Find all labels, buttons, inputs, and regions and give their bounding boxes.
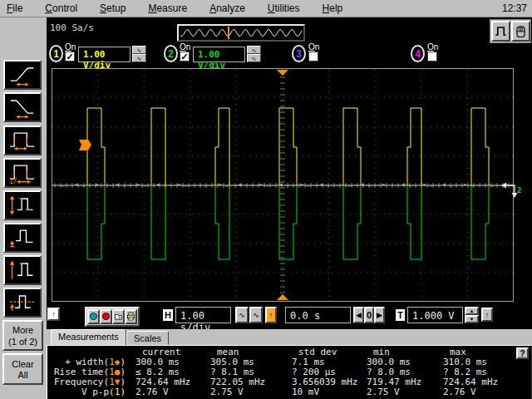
- trigger-label: T: [395, 308, 406, 322]
- folder-icon: [114, 311, 123, 322]
- hscale-compress-button[interactable]: ∿: [235, 307, 249, 323]
- measure-pos-width-button[interactable]: [3, 126, 42, 155]
- clear-label-2: All: [17, 370, 27, 380]
- clock: 12:37: [502, 2, 527, 14]
- top-right-panel: [490, 19, 531, 43]
- fall-time-icon: [5, 94, 40, 121]
- measure-frequency-button[interactable]: 1/: [3, 158, 42, 188]
- position-right-button[interactable]: ▶: [374, 307, 385, 323]
- more-label-2: (1 of 2): [8, 337, 37, 347]
- channel-2-scale-display[interactable]: 1.00 V/div: [193, 47, 245, 62]
- v-min-icon: [5, 224, 40, 251]
- run-icon: [89, 311, 98, 322]
- bottom-tabs: Measurements Scales: [47, 329, 532, 345]
- channel-2-badge[interactable]: 2: [164, 45, 178, 62]
- channel-2-scale-up-button[interactable]: ∿: [247, 46, 261, 54]
- sample-rate: 100 Sa/s: [50, 22, 94, 33]
- menu-measure[interactable]: Measure: [148, 2, 187, 14]
- frequency-icon: 1/: [5, 160, 40, 186]
- channel-2-scale-spinner: ∿ ∿: [247, 46, 261, 63]
- measurements-panel: currentmeanstd devminmax + width(1◆)300.…: [47, 345, 532, 399]
- channel-3-on-checkbox[interactable]: [308, 52, 318, 62]
- preview-waveform: [179, 26, 303, 40]
- printer-icon: [126, 311, 135, 322]
- scroll-up-left-button[interactable]: ↑: [47, 308, 60, 321]
- measure-rise-time-button[interactable]: [3, 60, 42, 90]
- stop-button[interactable]: [100, 309, 112, 324]
- rise-time-icon: [5, 62, 40, 88]
- svg-text:1/: 1/: [9, 178, 17, 185]
- menu-help[interactable]: Help: [323, 2, 343, 14]
- v-avg-icon: [5, 289, 40, 316]
- measure-v-pp-button[interactable]: [3, 190, 42, 220]
- trigger-level-marker: [79, 140, 91, 150]
- run-button[interactable]: [87, 309, 100, 324]
- v-max-icon: [5, 257, 40, 283]
- svg-text:2: 2: [517, 186, 521, 195]
- acquisition-button-group: [85, 307, 140, 327]
- horizontal-position-display[interactable]: 0.0 s: [285, 307, 351, 323]
- channel-1-badge[interactable]: 1: [49, 45, 63, 62]
- menu-setup[interactable]: Setup: [100, 2, 126, 14]
- channel-4-badge[interactable]: 4: [411, 45, 425, 62]
- channel-3-badge[interactable]: 3: [292, 45, 306, 62]
- pos-width-icon: [5, 127, 40, 154]
- tab-scales[interactable]: Scales: [126, 331, 169, 345]
- pulse-icon: [493, 22, 509, 40]
- horizontal-scale-display[interactable]: 1.00 s/div: [175, 307, 231, 323]
- channel-1-on-checkbox[interactable]: [65, 52, 75, 62]
- trigger-level-down-button[interactable]: ▼: [465, 315, 479, 323]
- hscale-expand-button[interactable]: ∿: [249, 307, 263, 323]
- oscilloscope-app: { "menu": { "items": [ {"label": "File"}…: [0, 0, 532, 399]
- menu-control[interactable]: Control: [45, 2, 77, 14]
- trigger-level-up-button[interactable]: ▲: [465, 307, 479, 315]
- trigger-level-display[interactable]: 1.000 V: [407, 307, 463, 323]
- measurement-row: V p-p(1)2.76 V2.75 V10 mV2.75 V2.76 V: [47, 387, 531, 397]
- mouse-icon: [513, 22, 529, 40]
- help-button[interactable]: ?: [516, 347, 529, 359]
- channel-2-on-label: On: [180, 42, 190, 52]
- pulse-mode-button[interactable]: [491, 21, 510, 42]
- measure-v-avg-button[interactable]: [3, 288, 42, 318]
- channel-1-scale-up-button[interactable]: ∿: [132, 46, 146, 54]
- trigger-level-spinner: ▲ ▼: [465, 307, 479, 323]
- menu-utilities[interactable]: Utilities: [268, 2, 300, 14]
- left-toolbar: 1/: [0, 17, 47, 399]
- trigger-time-marker-top: [277, 70, 288, 76]
- trigger-position-button[interactable]: ↑: [265, 307, 277, 323]
- clear-label-1: Clear: [12, 359, 33, 369]
- channel-1-scale-display[interactable]: 1.00 V/div: [78, 47, 131, 62]
- v-pp-icon: [5, 192, 40, 219]
- mouse-mode-button[interactable]: [511, 21, 530, 42]
- channel-4-on-checkbox[interactable]: [427, 52, 437, 62]
- menu-analyze[interactable]: Analyze: [209, 2, 245, 14]
- menu-items: FileControlSetupMeasureAnalyzeUtilitiesH…: [0, 2, 365, 14]
- channel-2-scale-down-button[interactable]: ∿: [247, 54, 261, 62]
- file-open-button[interactable]: [112, 309, 125, 324]
- channel-4-on-label: On: [427, 42, 438, 52]
- clear-all-button[interactable]: Clear All: [2, 353, 43, 385]
- channel-2-on-checkbox[interactable]: [180, 52, 190, 62]
- channel-1-on-label: On: [65, 42, 76, 52]
- menu-file[interactable]: File: [7, 2, 22, 14]
- tab-measurements[interactable]: Measurements: [51, 329, 126, 345]
- measure-v-min-button[interactable]: [3, 223, 42, 253]
- position-left-button[interactable]: ◀: [353, 307, 364, 323]
- measurements-table-body: + width(1◆)300.0 ms305.0 ms7.1 ms300.0 m…: [47, 357, 531, 397]
- waveform-display[interactable]: 2: [52, 68, 532, 306]
- horizontal-label: H: [162, 308, 174, 322]
- stop-icon: [101, 311, 111, 322]
- measure-fall-time-button[interactable]: [3, 92, 42, 122]
- acquisition-preview-strip[interactable]: [177, 24, 305, 42]
- measure-v-max-button[interactable]: [3, 255, 42, 285]
- menu-bar: FileControlSetupMeasureAnalyzeUtilitiesH…: [0, 0, 532, 17]
- position-zero-button[interactable]: 0: [364, 307, 374, 323]
- channel-3-on-label: On: [308, 42, 319, 52]
- channel-1-scale-spinner: ∿ ∿: [132, 46, 146, 63]
- more-label-1: More: [12, 325, 33, 335]
- more-button[interactable]: More (1 of 2): [2, 320, 43, 351]
- trigger-time-marker-bottom: [277, 294, 288, 300]
- print-button[interactable]: [125, 309, 137, 324]
- channel-1-scale-down-button[interactable]: ∿: [132, 54, 146, 62]
- scroll-up-right-button[interactable]: ↑: [481, 308, 493, 322]
